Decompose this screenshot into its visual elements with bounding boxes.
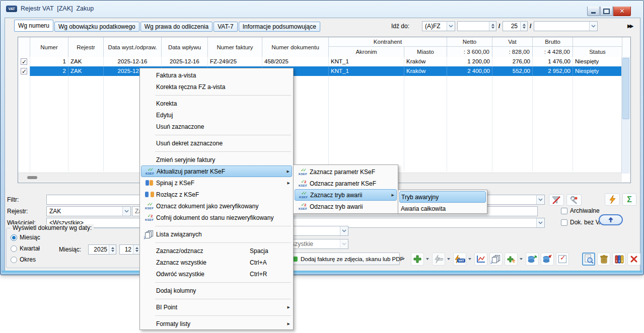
cell-numer xyxy=(30,133,68,143)
menu-item-1[interactable]: ✓2KSEFOdznacz parametr KSeF xyxy=(294,178,398,189)
seryjne-check-button[interactable] xyxy=(556,253,569,266)
delete-button[interactable] xyxy=(597,253,610,266)
add-edocument-button[interactable]: e xyxy=(505,253,518,266)
archive-button[interactable] xyxy=(612,253,625,266)
chart-button[interactable] xyxy=(474,253,487,266)
menu-item-14[interactable]: ✓2KSEFCofnij dokument do stanu niezweryf… xyxy=(140,212,293,223)
radio-button-icon[interactable] xyxy=(11,245,17,252)
goto-document-combo[interactable] xyxy=(534,21,598,31)
minimize-button[interactable] xyxy=(587,7,600,16)
menu-item-18[interactable]: Zaznacz/odznaczSpacja xyxy=(140,245,293,257)
ksef-send-button[interactable] xyxy=(599,214,623,225)
close-window-button[interactable]: ✕ xyxy=(613,7,631,16)
archiwalne-checkbox-row[interactable]: Archiwalne xyxy=(561,207,600,214)
add-edocument-button-dropdown[interactable] xyxy=(519,253,523,266)
menu-item-12[interactable]: Rozłącz z KSeF xyxy=(140,189,293,200)
year-spinner[interactable]: 2025 xyxy=(88,244,116,255)
export-button[interactable] xyxy=(526,253,539,266)
vat-operations-button[interactable]: VAT xyxy=(453,253,466,266)
radio-miesiac[interactable]: Miesiąc xyxy=(11,234,40,241)
chevron-down-icon[interactable] xyxy=(536,218,544,227)
menu-item-24[interactable]: BI Point▶ xyxy=(140,301,293,313)
menu-item-10[interactable]: ✓✓KSEFAktualizuj parametr KSeF▶ xyxy=(141,165,292,177)
radio-button-icon[interactable] xyxy=(11,234,17,241)
radio-kwartal[interactable]: Kwartał xyxy=(11,245,40,252)
vat-operations-button-dropdown[interactable] xyxy=(467,253,472,266)
vat-register-table[interactable]: NumerRejestrData wyst./odpraw.Data wpływ… xyxy=(18,37,631,183)
zd-correction-button-dropdown[interactable] xyxy=(446,253,451,266)
cell-netto xyxy=(447,95,492,105)
menu-item-20[interactable]: Odwróć wszystkieCtrl+R xyxy=(140,268,293,280)
row-checkbox[interactable] xyxy=(21,68,27,74)
menu-item-3[interactable]: ✓2KSEFOdznacz tryb awarii xyxy=(294,201,398,212)
spinner-arrows-icon[interactable] xyxy=(133,245,140,254)
menu-item-7[interactable]: Usuń dekret zaznaczone xyxy=(140,137,293,149)
menu-item-9[interactable]: Zmień seryjnie faktury xyxy=(140,154,293,165)
menu-item-22[interactable]: Dodaj kolumny xyxy=(140,285,293,296)
dok-bez-vat-checkbox[interactable] xyxy=(561,219,567,226)
tab-2[interactable]: Wg prawa do odliczenia xyxy=(140,22,212,32)
tab-0[interactable]: Wg numeru xyxy=(14,20,53,32)
add-invoice-scan-button[interactable]: Dodaj fakturę ze zdjęcia, skanu lub PDF xyxy=(283,253,400,265)
tab-3[interactable]: VAT-7 xyxy=(213,22,238,32)
chevron-down-icon[interactable] xyxy=(340,226,348,235)
check-icon xyxy=(558,255,566,263)
goto-register-combo[interactable]: (A)FZ xyxy=(422,21,455,31)
chevron-down-icon[interactable] xyxy=(589,22,597,31)
rejestr-combo[interactable]: ZAK xyxy=(46,206,131,216)
chevron-down-icon[interactable] xyxy=(122,207,130,216)
spinner-arrows-icon[interactable] xyxy=(520,22,527,31)
menu-item-13[interactable]: ✓✓KSEFOznacz dokument jako zweryfikowany xyxy=(140,200,293,212)
row-checkbox[interactable] xyxy=(21,58,27,65)
horizontal-scrollbar-thumb[interactable] xyxy=(27,176,37,179)
menu-item-0[interactable]: Faktura a-vista xyxy=(140,69,293,81)
menu-item-26[interactable]: Formaty listy▶ xyxy=(140,318,293,329)
sum-button[interactable]: Σ xyxy=(622,193,636,206)
menu-item-1[interactable]: Awaria całkowita xyxy=(398,203,487,214)
run-filter-button[interactable] xyxy=(605,193,620,206)
radio-okres[interactable]: Okres xyxy=(11,256,36,263)
menu-item-0[interactable]: ✓✓KSEFZaznacz parametr KSeF xyxy=(294,166,398,178)
menu-item-label: Lista związanych xyxy=(156,231,290,238)
vertical-scrollbar[interactable] xyxy=(621,57,630,174)
add-invoice-button[interactable] xyxy=(411,253,424,266)
clear-filter-button[interactable] xyxy=(549,194,564,206)
tab-1[interactable]: Wg obowiązku podatkowego xyxy=(54,22,139,32)
vertical-scrollbar-thumb[interactable] xyxy=(622,58,629,119)
archiwalne-checkbox[interactable] xyxy=(561,208,567,214)
menu-item-label: Formaty listy xyxy=(156,320,284,327)
menu-item-2[interactable]: ✓✓KSEFZaznacz tryb awarii▶ xyxy=(295,189,397,201)
filter-builder-button[interactable] xyxy=(566,194,582,206)
menu-item-1[interactable]: Korekta ręczna FZ a-vista xyxy=(140,81,293,93)
row-checkbox-cell[interactable] xyxy=(18,66,30,76)
add-invoice-button-dropdown[interactable] xyxy=(425,253,430,266)
menu-item-11[interactable]: Spinaj z KSeF▶ xyxy=(140,177,293,189)
row-checkbox-cell[interactable] xyxy=(18,57,30,66)
menu-item-3[interactable]: Korekta xyxy=(140,98,293,109)
month-spinner[interactable]: 12 xyxy=(119,244,140,255)
zd-correction-button[interactable]: ZD xyxy=(432,253,445,266)
add-invoice-dropdown[interactable] xyxy=(401,253,405,266)
menu-item-4[interactable]: Edytuj xyxy=(140,109,293,121)
spinner-arrows-icon[interactable] xyxy=(109,245,116,254)
menu-item-16[interactable]: ↓Lista związanych xyxy=(140,228,293,240)
spinner-arrows-icon[interactable] xyxy=(489,22,496,31)
tab-4[interactable]: Informacje podsumowujące xyxy=(239,22,320,32)
radio-button-icon[interactable] xyxy=(11,257,17,263)
preview-button[interactable] xyxy=(582,253,595,266)
menu-item-0[interactable]: Tryb awaryjny xyxy=(399,191,486,203)
chevron-down-icon[interactable] xyxy=(536,195,544,204)
maximize-button[interactable] xyxy=(600,7,613,16)
table-row-2[interactable]: 2ZAK2025-12-16KNT_1Kraków2 400,00552,002… xyxy=(18,66,622,76)
table-row-1[interactable]: 1ZAK2025-12-162025-12-16FZ-249/25458/202… xyxy=(18,57,622,66)
close-list-button[interactable] xyxy=(627,253,640,266)
goto-number-spinner[interactable] xyxy=(457,21,496,31)
goto-year-spinner[interactable]: 25 xyxy=(503,21,528,31)
import-button[interactable] xyxy=(541,253,554,266)
chevron-down-icon[interactable] xyxy=(447,22,455,31)
more-tabs-icon[interactable]: ▶▶ xyxy=(627,23,632,29)
related-documents-button[interactable]: ↓ xyxy=(489,253,503,266)
menu-item-5[interactable]: Usuń zaznaczone xyxy=(140,121,293,132)
title-bar[interactable]: VAT Rejestr VAT [ZAK] Zakup ✕ xyxy=(1,1,643,18)
menu-item-19[interactable]: Zaznacz wszystkieCtrl+A xyxy=(140,257,293,268)
